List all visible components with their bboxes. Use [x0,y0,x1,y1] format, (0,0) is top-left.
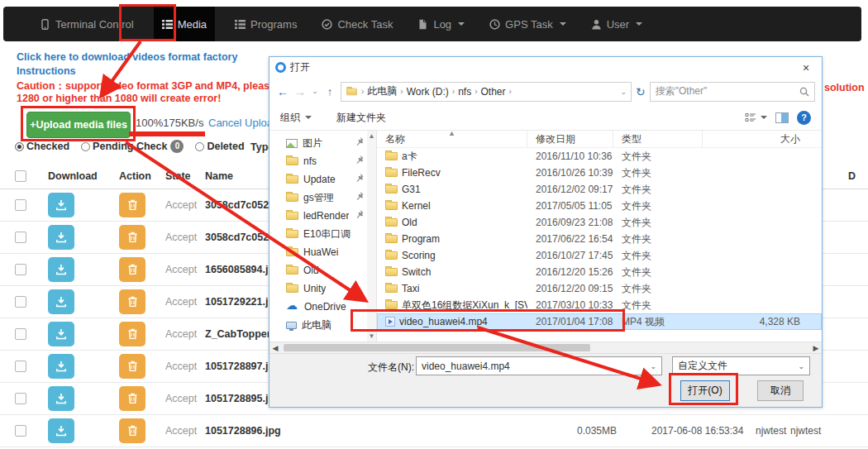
sidebar-item[interactable]: Update [269,170,367,189]
back-icon[interactable]: ← [276,86,289,98]
sidebar-item[interactable]: nfs [269,152,367,170]
chevron-down-icon[interactable]: ⌄ [650,362,656,370]
sidebar-item[interactable]: gs管理 [269,189,367,207]
column-date-modified[interactable]: 修改日期 [527,131,613,147]
column-size[interactable]: 大小 [703,131,822,147]
sidebar-scrollbar[interactable]: ▲ ▼ [367,131,376,342]
upload-media-files-button[interactable]: +Upload media files [26,112,131,138]
download-button[interactable] [48,225,74,250]
file-row[interactable]: Scoring 2016/10/27 17:45 文件夹 [377,247,822,264]
header-state[interactable]: State [165,170,205,182]
delete-button[interactable] [119,225,145,250]
forward-icon[interactable]: → [293,86,307,98]
download-button[interactable] [48,289,74,314]
file-row[interactable]: G31 2016/12/02 09:17 文件夹 [377,181,822,198]
refresh-icon[interactable]: ↻ [636,85,646,98]
row-checkbox[interactable] [15,425,26,437]
file-row[interactable]: Kernel 2017/05/05 11:05 文件夹 [377,198,822,214]
file-row[interactable]: FileRecv 2016/10/26 10:39 文件夹 [377,165,822,181]
file-row[interactable]: Taxi 2016/12/20 09:15 文件夹 [377,280,822,297]
download-button[interactable] [48,386,74,411]
column-type[interactable]: 类型 [613,131,703,147]
download-button[interactable] [48,193,74,217]
organize-button[interactable]: 组织 [280,111,312,125]
delete-button[interactable] [119,257,145,282]
row-checkbox[interactable] [15,199,26,211]
row-checkbox[interactable] [15,393,26,404]
file-row[interactable]: Switch 2016/12/20 15:26 文件夹 [377,264,822,280]
scroll-right-icon[interactable]: ▶ [810,344,822,352]
nav-item-log[interactable]: Log [413,7,470,41]
row-checkbox[interactable] [15,361,26,372]
scrollbar-thumb[interactable] [284,344,590,351]
download-button[interactable] [48,418,74,443]
radio-icon[interactable] [195,142,204,151]
scroll-down-icon[interactable]: ▼ [369,332,375,340]
radio-icon[interactable] [81,142,90,151]
download-button[interactable] [48,257,74,282]
horizontal-scrollbar[interactable]: ◀ ▶ [269,342,822,353]
row-checkbox[interactable] [15,264,26,275]
breadcrumb-this-pc[interactable]: 此电脑 [367,84,397,98]
close-icon[interactable]: × [790,57,822,78]
instructions-link[interactable]: Instructions [17,65,76,77]
new-folder-button[interactable]: 新建文件夹 [336,111,386,125]
delete-button[interactable] [119,386,145,411]
search-input[interactable]: 搜索"Other" [650,82,815,102]
delete-button[interactable] [119,354,145,379]
nav-item-check-task[interactable]: Check Task [317,7,398,41]
sidebar-item[interactable]: OneDrive [269,298,367,316]
download-button[interactable] [48,354,74,379]
row-checkbox[interactable] [15,296,26,308]
delete-button[interactable] [119,289,145,314]
header-download[interactable]: Download [43,170,109,182]
sidebar-item[interactable]: HuaWei [269,243,367,261]
filter-radio-option[interactable]: Pending Check 0 [81,140,184,153]
breadcrumb-other[interactable]: Other [481,86,506,98]
dialog-titlebar[interactable]: 打开 × [269,57,822,78]
sidebar-item[interactable]: Old [269,261,367,279]
cancel-button[interactable]: 取消 [757,380,804,401]
nav-item-gps-task[interactable]: GPS Task [484,7,571,41]
row-checkbox[interactable] [15,328,26,340]
download-format-factory-link[interactable]: Click here to download videos format fac… [17,51,237,63]
radio-icon[interactable] [15,142,24,151]
help-button[interactable]: ? [797,111,811,125]
filter-radio-option[interactable]: Deleted [195,141,244,152]
file-row[interactable]: video_huawei4.mp4 2017/01/04 17:08 MP4 视… [377,313,822,330]
download-button[interactable] [48,322,74,346]
up-icon[interactable]: ↑ [323,86,336,98]
breadcrumb-work-d[interactable]: Work (D:) [407,86,449,98]
preview-pane-icon[interactable] [775,112,789,123]
select-all-checkbox[interactable] [15,170,26,182]
header-action[interactable]: Action [109,170,165,182]
nav-item-media[interactable]: Media [154,7,215,41]
delete-button[interactable] [119,193,145,217]
nav-item-programs[interactable]: Programs [230,7,302,41]
filter-radio-option[interactable]: Checked [15,141,69,152]
file-row[interactable]: Program 2017/06/22 16:54 文件夹 [377,231,822,247]
row-checkbox[interactable] [15,232,26,243]
nav-item-user[interactable]: User [586,7,647,41]
delete-button[interactable] [119,322,145,346]
sidebar-item[interactable]: Unity [269,279,367,298]
filetype-select[interactable]: 自定义文件 ⌄ [672,356,810,375]
view-options-button[interactable] [745,112,767,122]
nav-item-terminal-control[interactable]: Terminal Control [35,7,139,41]
sidebar-item[interactable]: ledRender [269,207,367,225]
breadcrumb-nfs[interactable]: nfs [458,86,471,98]
file-row[interactable]: a卡 2016/11/10 10:36 文件夹 [377,148,822,165]
sidebar-item[interactable]: 图片 [269,134,367,152]
filename-input[interactable]: video_huawei4.mp4 ⌄ [416,356,662,375]
address-chevron-icon[interactable]: ⌄ [620,88,627,96]
scroll-left-icon[interactable]: ◀ [269,344,281,352]
delete-button[interactable] [119,418,145,443]
open-button[interactable]: 打开(O) [680,380,730,401]
sidebar-item[interactable]: 此电脑 [269,316,367,334]
history-chevron-icon[interactable]: ⌄ [311,88,319,95]
file-row[interactable]: 单双色16组数据XiXun_k_[SV6115.121... 2017/03/1… [377,297,822,313]
scroll-up-icon[interactable]: ▲ [369,132,375,140]
sidebar-item[interactable]: E10串口调试程序 [269,225,367,243]
file-row[interactable]: Old 2016/09/23 21:08 文件夹 [377,214,822,231]
pin-icon [356,174,364,185]
